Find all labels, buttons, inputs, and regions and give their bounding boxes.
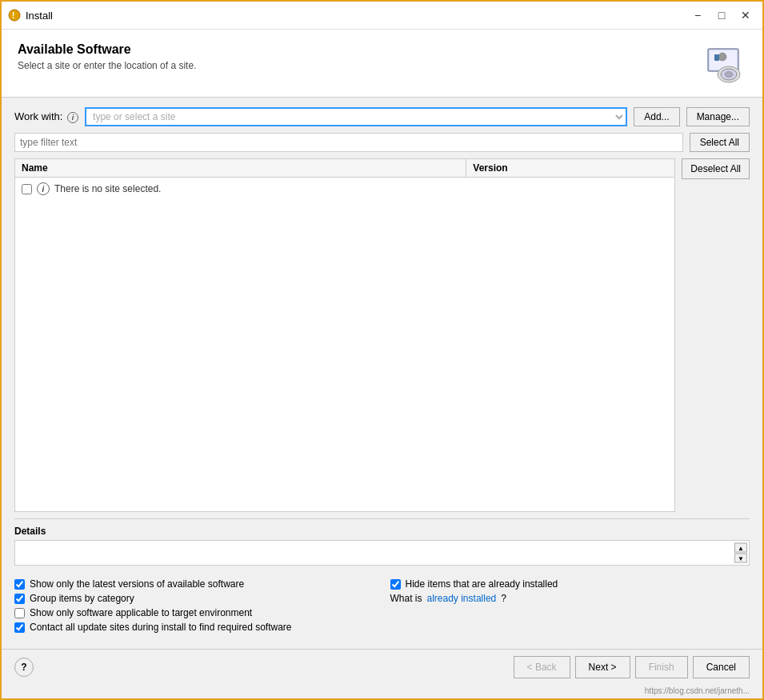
table-header: Name Version bbox=[15, 159, 674, 178]
already-installed-link[interactable]: already installed bbox=[427, 593, 497, 604]
option-show-applicable: Show only software applicable to target … bbox=[14, 607, 374, 618]
finish-button[interactable]: Finish bbox=[635, 656, 688, 678]
option-contact-sites: Contact all update sites during install … bbox=[14, 622, 374, 633]
show-applicable-label: Show only software applicable to target … bbox=[30, 607, 252, 618]
title-bar-left: ! Install bbox=[8, 9, 53, 22]
close-button[interactable]: ✕ bbox=[735, 6, 756, 24]
page-title: Available Software bbox=[18, 42, 196, 57]
maximize-button[interactable]: □ bbox=[711, 6, 732, 24]
filter-row: Select All bbox=[14, 133, 750, 152]
table-body: i There is no site selected. bbox=[15, 178, 674, 511]
filter-input[interactable] bbox=[14, 133, 683, 152]
show-applicable-checkbox[interactable] bbox=[14, 608, 25, 618]
footer-left: ? bbox=[14, 658, 34, 677]
table-with-buttons: Name Version i There is no site selected… bbox=[14, 158, 750, 512]
option-show-latest: Show only the latest versions of availab… bbox=[14, 578, 374, 590]
footer: ? < Back Next > Finish Cancel https://bl… bbox=[2, 649, 762, 698]
site-combo[interactable]: type or select a site bbox=[85, 107, 627, 126]
footer-url: https://blog.csdn.net/jarneth... bbox=[2, 685, 762, 698]
work-with-info-icon: i bbox=[67, 112, 78, 123]
show-latest-checkbox[interactable] bbox=[14, 579, 25, 590]
what-is-label: What is bbox=[390, 593, 422, 604]
header-section: Available Software Select a site or ente… bbox=[2, 30, 762, 98]
page-subtitle: Select a site or enter the location of a… bbox=[18, 60, 196, 71]
svg-point-6 bbox=[725, 72, 733, 78]
col-name-header: Name bbox=[15, 159, 466, 177]
spin-down-button[interactable]: ▼ bbox=[734, 554, 747, 563]
title-bar-controls: − □ ✕ bbox=[687, 6, 756, 24]
footer-buttons-row: ? < Back Next > Finish Cancel bbox=[2, 649, 762, 685]
select-all-button[interactable]: Select All bbox=[690, 133, 750, 152]
details-section: Details ▲ ▼ bbox=[14, 518, 750, 566]
what-is-suffix: ? bbox=[501, 593, 506, 604]
row-checkbox[interactable] bbox=[22, 184, 32, 194]
work-with-label: Work with: i bbox=[14, 110, 78, 123]
contact-sites-checkbox[interactable] bbox=[14, 622, 25, 633]
contact-sites-label: Contact all update sites during install … bbox=[30, 622, 292, 633]
show-latest-label: Show only the latest versions of availab… bbox=[30, 578, 244, 590]
deselect-all-button[interactable]: Deselect All bbox=[682, 158, 750, 179]
row-info-icon: i bbox=[37, 182, 50, 195]
option-group-category: Group items by category bbox=[14, 593, 374, 604]
software-table: Name Version i There is no site selected… bbox=[14, 158, 675, 512]
window-title: Install bbox=[26, 10, 53, 22]
group-category-checkbox[interactable] bbox=[14, 594, 25, 604]
manage-button[interactable]: Manage... bbox=[686, 107, 750, 126]
minimize-button[interactable]: − bbox=[687, 6, 708, 24]
svg-text:!: ! bbox=[12, 11, 14, 20]
details-input-area: ▲ ▼ bbox=[14, 540, 750, 566]
install-icon: ! bbox=[8, 9, 21, 22]
header-icon bbox=[705, 42, 746, 84]
hide-installed-checkbox[interactable] bbox=[390, 579, 401, 590]
help-button[interactable]: ? bbox=[14, 658, 34, 677]
option-hide-installed: Hide items that are already installed bbox=[390, 578, 750, 590]
work-with-row: Work with: i type or select a site Add..… bbox=[14, 107, 750, 126]
svg-rect-8 bbox=[714, 54, 719, 61]
content-area: Work with: i type or select a site Add..… bbox=[2, 98, 762, 649]
details-spinner: ▲ ▼ bbox=[734, 543, 747, 563]
cancel-button[interactable]: Cancel bbox=[693, 656, 750, 678]
footer-right: < Back Next > Finish Cancel bbox=[514, 656, 750, 678]
back-button[interactable]: < Back bbox=[514, 656, 570, 678]
header-text: Available Software Select a site or ente… bbox=[18, 42, 196, 71]
spin-up-button[interactable]: ▲ bbox=[734, 543, 747, 553]
col-version-header: Version bbox=[466, 159, 674, 177]
table-row: i There is no site selected. bbox=[15, 181, 674, 197]
install-window: ! Install − □ ✕ Available Software Selec… bbox=[0, 0, 764, 700]
options-grid: Show only the latest versions of availab… bbox=[14, 578, 750, 633]
option-what-installed: What is already installed ? bbox=[390, 593, 750, 604]
options-section: Show only the latest versions of availab… bbox=[14, 572, 750, 639]
group-category-label: Group items by category bbox=[30, 593, 134, 604]
side-buttons: Deselect All bbox=[682, 158, 750, 512]
svg-point-7 bbox=[718, 53, 726, 61]
add-button[interactable]: Add... bbox=[634, 107, 679, 126]
details-label: Details bbox=[14, 526, 750, 537]
row-name-text: There is no site selected. bbox=[54, 183, 161, 194]
next-button[interactable]: Next > bbox=[575, 656, 630, 678]
hide-installed-label: Hide items that are already installed bbox=[406, 578, 558, 590]
title-bar: ! Install − □ ✕ bbox=[2, 2, 762, 30]
